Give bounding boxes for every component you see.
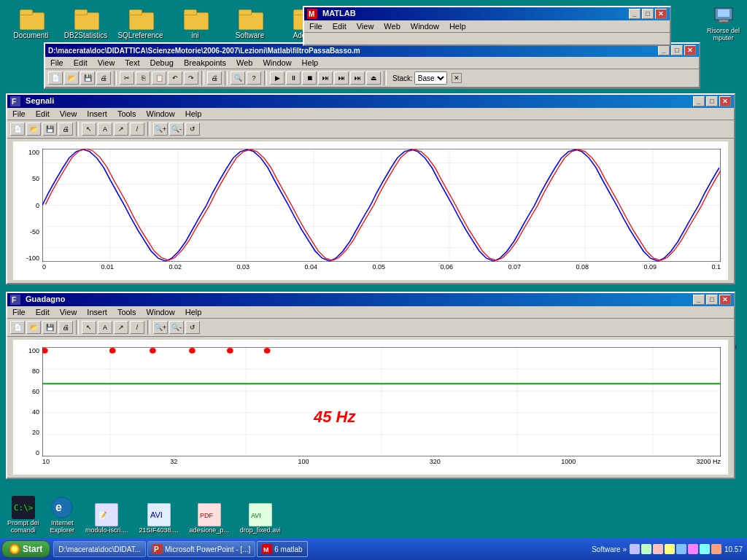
editor-extra-close-button[interactable]: ✕	[452, 73, 462, 83]
guadagno-menu-tools[interactable]: Tools	[115, 307, 139, 317]
matlab-menu-file[interactable]: File	[307, 21, 325, 31]
segnali-menu-file[interactable]: File	[10, 109, 28, 119]
start-button[interactable]: Start	[1, 540, 50, 558]
taskbar-item-matlab[interactable]: M 6 matlab	[257, 541, 307, 557]
desktop-icon-sqlreference[interactable]: SQLreference	[117, 4, 164, 42]
quicklaunch-modulo[interactable]: 📝 modulo-iscri....	[85, 503, 128, 534]
guadagno-tb-save[interactable]: 💾	[42, 321, 57, 334]
desktop-icon-risorse[interactable]: Risorse delmputer	[707, 4, 740, 42]
editor-maximize-button[interactable]: □	[671, 45, 683, 55]
taskbar-item-powerpoint[interactable]: P Microsoft PowerPoint - [...]	[147, 541, 255, 557]
tb-paste-button[interactable]: 📋	[152, 71, 166, 85]
tb-step2-button[interactable]: ⏭	[334, 71, 349, 85]
tb-exit-button[interactable]: ⏏	[366, 71, 381, 85]
editor-menu-text[interactable]: Text	[123, 58, 142, 68]
tb-run-button[interactable]: ▶	[270, 71, 285, 85]
editor-menu-file[interactable]: File	[48, 58, 66, 68]
guadagno-tb-new[interactable]: 📄	[10, 321, 25, 334]
editor-menu-web[interactable]: Web	[234, 58, 255, 68]
guadagno-tb-zoom-out[interactable]: 🔍-	[169, 321, 184, 334]
matlab-menu-view[interactable]: View	[355, 21, 376, 31]
editor-menu-edit[interactable]: Edit	[71, 58, 90, 68]
segnali-minimize-button[interactable]: _	[693, 96, 705, 106]
matlab-close-button[interactable]: ✕	[655, 9, 667, 19]
tb-new-button[interactable]: 📄	[48, 71, 63, 85]
guadagno-close-button[interactable]: ✕	[719, 295, 731, 305]
segnali-tb-text[interactable]: A	[98, 122, 112, 136]
guadagno-tb-print[interactable]: 🖨	[58, 321, 73, 334]
quicklaunch-adesione[interactable]: PDF adesione_p...	[190, 503, 229, 534]
guadagno-menu-window[interactable]: Window	[144, 307, 177, 317]
tb-print-button[interactable]: 🖨	[96, 71, 111, 85]
segnali-tb-print[interactable]: 🖨	[58, 122, 73, 136]
guadagno-menu-edit[interactable]: Edit	[34, 307, 52, 317]
segnali-tb-zoom-out[interactable]: 🔍-	[169, 122, 184, 136]
tb-undo-button[interactable]: ↶	[168, 71, 182, 85]
tb-pause-button[interactable]: ⏸	[286, 71, 301, 85]
quicklaunch-file1[interactable]: AVI 21SIF4038....	[139, 503, 179, 534]
tb-copy-button[interactable]: ⎘	[136, 71, 150, 85]
tb-open-button[interactable]: 📂	[64, 71, 79, 85]
segnali-tb-open[interactable]: 📂	[26, 122, 41, 136]
tb-step3-button[interactable]: ⏭	[350, 71, 365, 85]
guadagno-tb-open[interactable]: 📂	[26, 321, 41, 334]
guadagno-minimize-button[interactable]: _	[693, 295, 705, 305]
quicklaunch-iexplore[interactable]: e InternetExplorer	[50, 496, 75, 534]
guadagno-menu-insert[interactable]: Insert	[85, 307, 109, 317]
desktop-icon-software[interactable]: Software	[226, 4, 274, 42]
guadagno-tb-line[interactable]: /	[130, 321, 144, 334]
tb-redo-button[interactable]: ↷	[184, 71, 198, 85]
editor-close-button[interactable]: ✕	[684, 45, 696, 55]
editor-menu-debug[interactable]: Debug	[148, 58, 176, 68]
matlab-maximize-button[interactable]: □	[642, 9, 654, 19]
segnali-tb-zoom-in[interactable]: 🔍+	[153, 122, 168, 136]
stack-select[interactable]: Base	[414, 71, 447, 85]
tb-search-button[interactable]: 🔍	[231, 71, 245, 85]
guadagno-maximize-button[interactable]: □	[706, 295, 718, 305]
matlab-menu-help[interactable]: Help	[447, 21, 468, 31]
editor-menu-breakpoints[interactable]: Breakpoints	[182, 58, 228, 68]
tb-cut-button[interactable]: ✂	[120, 71, 134, 85]
editor-menu-view[interactable]: View	[96, 58, 117, 68]
segnali-tb-select[interactable]: ↖	[82, 122, 96, 136]
matlab-menu-window[interactable]: Window	[409, 21, 441, 31]
segnali-tb-line[interactable]: /	[130, 122, 144, 136]
desktop-icon-db2statistics[interactable]: DB2Statistics	[62, 4, 109, 42]
segnali-menu-help[interactable]: Help	[183, 109, 204, 119]
segnali-tb-rotate[interactable]: ↺	[185, 122, 200, 136]
quicklaunch-prompt[interactable]: C:\> Prompt deicomandi	[7, 496, 39, 534]
segnali-tb-arrow[interactable]: ↗	[114, 122, 128, 136]
segnali-tb-new[interactable]: 📄	[10, 122, 25, 136]
editor-menu-window[interactable]: Window	[260, 58, 293, 68]
tb-print2-button[interactable]: 🖨	[207, 71, 222, 85]
segnali-menu-insert[interactable]: Insert	[85, 109, 109, 119]
desktop-icon-documenti[interactable]: Documenti	[7, 4, 55, 42]
guadagno-menu-file[interactable]: File	[10, 307, 28, 317]
editor-minimize-button[interactable]: _	[658, 45, 670, 55]
segnali-maximize-button[interactable]: □	[706, 96, 718, 106]
segnali-menu-window[interactable]: Window	[144, 109, 177, 119]
segnali-menu-view[interactable]: View	[58, 109, 80, 119]
tb-stop-button[interactable]: ⏹	[302, 71, 317, 85]
segnali-menu-edit[interactable]: Edit	[34, 109, 52, 119]
guadagno-menu-help[interactable]: Help	[183, 307, 204, 317]
desktop-icon-ini[interactable]: ini	[171, 4, 219, 42]
matlab-menu-edit[interactable]: Edit	[330, 21, 349, 31]
matlab-minimize-button[interactable]: _	[629, 9, 640, 19]
guadagno-tb-text[interactable]: A	[98, 321, 112, 334]
guadagno-tb-select[interactable]: ↖	[82, 321, 96, 334]
guadagno-tb-arrow[interactable]: ↗	[114, 321, 128, 334]
taskbar-item-path[interactable]: D:\macerata\doc\DIDAT...	[53, 541, 146, 557]
tb-save-button[interactable]: 💾	[80, 71, 95, 85]
quicklaunch-drop[interactable]: AVI drop_fixed.avi	[240, 503, 281, 534]
editor-menu-help[interactable]: Help	[300, 58, 321, 68]
guadagno-tb-zoom-in[interactable]: 🔍+	[153, 321, 168, 334]
segnali-menu-tools[interactable]: Tools	[115, 109, 139, 119]
segnali-close-button[interactable]: ✕	[719, 96, 731, 106]
guadagno-tb-rotate[interactable]: ↺	[185, 321, 200, 334]
guadagno-menu-view[interactable]: View	[58, 307, 80, 317]
segnali-tb-save[interactable]: 💾	[42, 122, 57, 136]
matlab-menu-web[interactable]: Web	[382, 21, 402, 31]
tb-help-button[interactable]: ?	[247, 71, 261, 85]
tb-step-button[interactable]: ⏭	[318, 71, 333, 85]
